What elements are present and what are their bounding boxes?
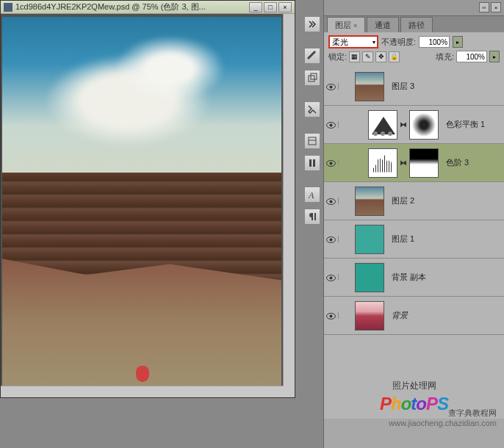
blend-mode-select[interactable]: 柔光 xyxy=(328,35,378,48)
canvas-content xyxy=(2,17,281,386)
svg-point-20 xyxy=(330,315,333,318)
site-watermark: 查字典教程网 www.jiaocheng.chazidian.com xyxy=(389,408,497,427)
fill-label: 填充: xyxy=(436,51,454,62)
tab-layers[interactable]: 图层× xyxy=(327,17,365,32)
layers-list: 图层 3 ⧓ 色彩平衡 1 ⧓ 色阶 3 xyxy=(324,68,504,419)
mask-link-icon[interactable]: ⧓ xyxy=(400,120,407,129)
layer-name[interactable]: 图层 3 xyxy=(387,81,414,92)
type-tool-icon[interactable]: A xyxy=(304,187,320,203)
layer-options: 柔光 不透明度: 100% ▸ 锁定: ▦ ✎ ✥ 🔒 填充: 100% ▸ xyxy=(324,32,504,68)
visibility-toggle[interactable] xyxy=(326,159,336,166)
site-name-cn: 查字典教程网 xyxy=(389,408,497,419)
layer-row[interactable]: ⧓ 色彩平衡 1 xyxy=(324,106,504,144)
fill-input[interactable]: 100% xyxy=(456,51,487,62)
visibility-toggle[interactable] xyxy=(326,198,336,204)
close-button[interactable]: × xyxy=(278,2,292,12)
opacity-flyout-button[interactable]: ▸ xyxy=(453,36,463,48)
layer-thumbnail[interactable] xyxy=(355,187,384,216)
lock-all-icon[interactable]: 🔒 xyxy=(389,51,400,62)
visibility-toggle[interactable] xyxy=(326,274,336,281)
svg-point-12 xyxy=(330,162,333,165)
tab-paths[interactable]: 路径 xyxy=(400,17,433,32)
panel-tool-icon[interactable] xyxy=(304,133,320,149)
tab-layers-label: 图层 xyxy=(335,21,351,29)
layer-name[interactable]: 图层 2 xyxy=(387,195,414,206)
clone-tool-icon[interactable] xyxy=(304,70,320,86)
tab-close-icon[interactable]: × xyxy=(353,22,357,29)
adjustment-thumbnail[interactable] xyxy=(368,110,397,140)
layer-name[interactable]: 色彩平衡 1 xyxy=(442,119,485,130)
ps-file-icon xyxy=(4,3,12,12)
opacity-label: 不透明度: xyxy=(381,37,416,48)
opacity-input[interactable]: 100% xyxy=(419,36,450,48)
svg-rect-0 xyxy=(309,76,314,82)
lock-position-icon[interactable]: ✥ xyxy=(375,51,386,62)
svg-point-16 xyxy=(330,239,333,242)
lock-transparency-icon[interactable]: ▦ xyxy=(349,51,360,62)
layer-row[interactable]: 背景 xyxy=(324,297,504,335)
lock-label: 锁定: xyxy=(328,51,347,62)
document-titlebar[interactable]: 1cd986d4YJRE2KP2QMew.psd @ 75% (色阶 3, 图.… xyxy=(1,1,295,14)
lock-pixels-icon[interactable]: ✎ xyxy=(362,51,373,62)
expand-toolbar-button[interactable] xyxy=(304,16,320,32)
panel-collapse-button[interactable]: ‹‹ xyxy=(479,2,489,12)
tab-channels[interactable]: 通道 xyxy=(367,17,399,32)
hammer-tool-icon[interactable] xyxy=(304,101,320,118)
brush-tool-icon[interactable] xyxy=(304,48,320,64)
scrollbar-vertical[interactable] xyxy=(283,14,295,386)
adjustment-thumbnail[interactable] xyxy=(368,148,397,178)
svg-text:A: A xyxy=(308,190,314,200)
layer-row[interactable]: 图层 2 xyxy=(324,182,504,220)
window-controls: _ □ × xyxy=(249,2,292,12)
layer-mask-thumbnail[interactable] xyxy=(409,148,439,178)
layer-thumbnail[interactable] xyxy=(355,301,384,330)
layer-name[interactable]: 图层 1 xyxy=(387,234,414,245)
document-title: 1cd986d4YJRE2KP2QMew.psd @ 75% (色阶 3, 图.… xyxy=(15,1,249,12)
svg-rect-4 xyxy=(309,159,312,167)
document-window: 1cd986d4YJRE2KP2QMew.psd @ 75% (色阶 3, 图.… xyxy=(0,0,295,398)
minimize-button[interactable]: _ xyxy=(249,2,262,12)
svg-point-8 xyxy=(330,86,333,89)
paragraph-tool-icon[interactable] xyxy=(304,209,320,225)
layer-name[interactable]: 背景 xyxy=(387,310,408,321)
visibility-toggle[interactable] xyxy=(326,236,336,242)
svg-rect-2 xyxy=(309,137,316,145)
scroll-corner xyxy=(283,386,295,397)
layer-row[interactable]: 图层 1 xyxy=(324,220,504,259)
panel-close-button[interactable]: × xyxy=(491,2,501,12)
layer-thumbnail[interactable] xyxy=(355,263,384,292)
svg-rect-1 xyxy=(311,73,317,79)
mask-link-icon[interactable]: ⧓ xyxy=(400,159,407,167)
layer-thumbnail[interactable] xyxy=(355,72,384,101)
svg-rect-5 xyxy=(313,159,315,167)
svg-point-14 xyxy=(330,200,333,203)
panel-header: ‹‹ × xyxy=(324,0,504,16)
layer-mask-thumbnail[interactable] xyxy=(409,110,439,140)
tool-presets-icon[interactable] xyxy=(304,155,320,171)
layer-name[interactable]: 背景 副本 xyxy=(387,272,426,283)
layer-thumbnail[interactable] xyxy=(355,225,384,254)
panels-dock: ‹‹ × 图层× 通道 路径 柔光 不透明度: 100% ▸ 锁定: ▦ ✎ ✥… xyxy=(323,0,504,448)
watermark-label: 照片处理网 xyxy=(331,380,497,392)
layer-row[interactable]: 图层 3 xyxy=(324,68,504,106)
canvas-area[interactable] xyxy=(1,14,283,386)
layer-row[interactable]: ⧓ 色阶 3 xyxy=(324,144,504,182)
fill-flyout-button[interactable]: ▸ xyxy=(489,51,500,62)
layer-name[interactable]: 色阶 3 xyxy=(442,157,469,168)
red-stamp xyxy=(136,366,149,382)
visibility-toggle[interactable] xyxy=(326,121,336,128)
panel-tabs: 图层× 通道 路径 xyxy=(324,16,504,32)
svg-point-10 xyxy=(330,124,333,127)
site-url: www.jiaocheng.chazidian.com xyxy=(389,419,497,427)
visibility-toggle[interactable] xyxy=(326,312,336,319)
scrollbar-horizontal[interactable] xyxy=(1,386,283,397)
visibility-toggle[interactable] xyxy=(326,83,336,90)
maximize-button[interactable]: □ xyxy=(264,2,277,12)
layer-row[interactable]: 背景 副本 xyxy=(324,259,504,297)
svg-point-18 xyxy=(330,277,333,280)
collapsed-toolbar: A xyxy=(304,16,322,225)
